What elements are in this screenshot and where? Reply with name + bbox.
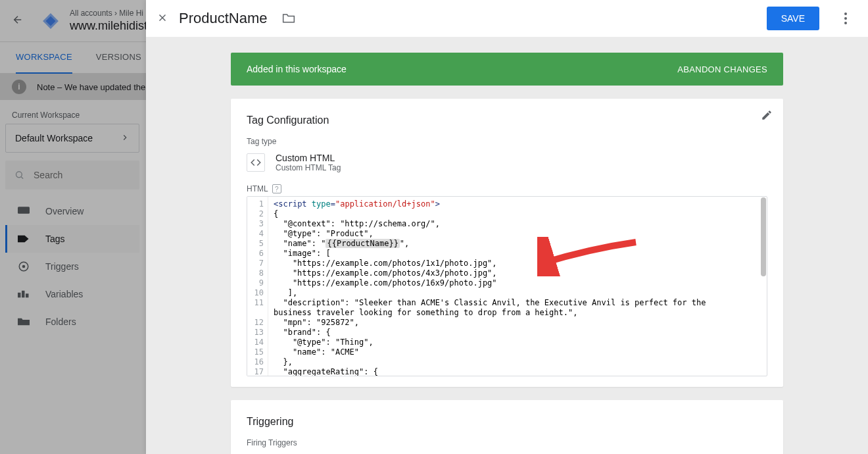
triggering-title: Triggering (247, 416, 767, 428)
scrollbar-thumb[interactable] (761, 197, 766, 276)
svg-point-2 (16, 172, 22, 178)
chevron-right-icon (120, 133, 130, 144)
html-field-label: HTML (247, 184, 268, 193)
tag-config-card: Tag Configuration Tag type Custom HTML C… (231, 99, 783, 387)
sidebar-item-label: Variables (45, 289, 83, 299)
line-number-gutter: 123456789101112131415161718 (247, 197, 268, 376)
folder-icon (18, 317, 30, 326)
firing-triggers-label: Firing Triggers (247, 438, 767, 447)
sidebar-item-label: Folders (45, 316, 76, 327)
tag-icon (18, 234, 30, 243)
sidebar-item-tags[interactable]: Tags (5, 225, 139, 253)
svg-rect-3 (18, 207, 30, 214)
more-menu-icon[interactable] (834, 7, 857, 30)
workspace-name: Default Workspace (15, 133, 93, 143)
svg-point-10 (844, 17, 847, 20)
container-name: www.milehidisti (70, 19, 157, 33)
current-workspace-label: Current Workspace (5, 111, 139, 120)
back-arrow-icon[interactable] (12, 14, 24, 28)
change-status-text: Added in this workspace (247, 64, 347, 74)
folder-outline-icon[interactable] (282, 12, 295, 26)
sidebar-item-label: Tags (45, 234, 65, 244)
search-icon (14, 169, 24, 181)
sidebar-item-folders[interactable]: Folders (5, 308, 139, 336)
sidebar-item-triggers[interactable]: Triggers (5, 253, 139, 280)
svg-point-5 (22, 265, 26, 268)
blocks-icon (18, 290, 30, 299)
edit-pencil-icon[interactable] (761, 109, 773, 123)
svg-rect-6 (18, 293, 21, 298)
save-button[interactable]: SAVE (767, 7, 819, 30)
tab-versions[interactable]: VERSIONS (96, 42, 141, 74)
sidebar-item-overview[interactable]: Overview (5, 197, 139, 225)
tag-title[interactable]: ProductName (179, 10, 268, 27)
search-input[interactable] (34, 170, 130, 180)
dashboard-icon (18, 207, 30, 216)
close-icon[interactable] (157, 12, 168, 26)
svg-point-11 (844, 22, 847, 24)
svg-point-9 (844, 13, 847, 15)
change-status-bar: Added in this workspace ABANDON CHANGES (231, 53, 783, 86)
breadcrumb[interactable]: All accounts › Mile Hi Dis (70, 9, 157, 18)
svg-rect-8 (26, 293, 29, 297)
code-brackets-icon (247, 153, 265, 172)
sidebar-item-label: Overview (45, 206, 84, 216)
tag-config-title: Tag Configuration (247, 114, 767, 126)
tag-type-sub: Custom HTML Tag (276, 163, 341, 172)
workspace-selector[interactable]: Default Workspace (5, 124, 139, 153)
target-icon (18, 261, 30, 272)
tab-workspace[interactable]: WORKSPACE (16, 42, 72, 74)
triggering-card: Triggering Firing Triggers (231, 400, 783, 454)
code-content[interactable]: <script type="application/ld+json">{ "@c… (268, 197, 767, 376)
info-icon: i (12, 80, 26, 94)
gtm-logo-icon (42, 13, 59, 30)
sidebar-item-label: Triggers (45, 261, 79, 272)
help-icon[interactable]: ? (272, 184, 281, 193)
notice-text: Note – We have updated the (37, 82, 145, 92)
tag-editor-panel: ProductName SAVE Added in this workspace… (146, 0, 868, 454)
html-code-editor[interactable]: 123456789101112131415161718 <script type… (247, 196, 767, 376)
tag-type-label: Tag type (247, 137, 767, 146)
sidebar-item-variables[interactable]: Variables (5, 280, 139, 308)
abandon-changes-button[interactable]: ABANDON CHANGES (677, 64, 767, 74)
svg-rect-7 (22, 291, 25, 298)
tag-type-name: Custom HTML (276, 153, 341, 163)
search-box[interactable] (5, 161, 139, 189)
